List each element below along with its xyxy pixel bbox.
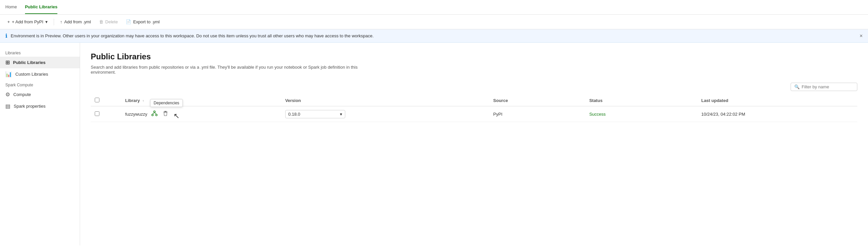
sidebar: Libraries ⊞ Public Libraries 📊 Custom Li… <box>0 43 80 245</box>
public-libraries-icon: ⊞ <box>5 59 10 66</box>
nav-public-libraries[interactable]: Public Libraries <box>25 0 58 14</box>
tooltip-container: Dependencies <box>150 110 178 118</box>
svg-point-2 <box>155 114 157 116</box>
version-value: 0.18.0 <box>288 112 300 117</box>
filter-bar: 🔍 <box>91 83 857 91</box>
col-header-status: Status <box>585 95 697 106</box>
public-libraries-label: Public Libraries <box>13 60 46 65</box>
delete-label: Delete <box>105 19 118 24</box>
row-library-cell: fuzzywuzzy Dependencies <box>121 106 281 122</box>
search-icon: 🔍 <box>794 84 800 89</box>
status-badge: Success <box>589 112 606 117</box>
chevron-down-icon: ▾ <box>340 112 342 117</box>
chevron-down-icon: ▾ <box>45 19 48 24</box>
cursor-arrow: ↖ <box>174 112 180 120</box>
dependencies-tooltip: Dependencies <box>150 99 183 107</box>
compute-label: Compute <box>13 92 31 97</box>
row-check-cell <box>91 106 121 122</box>
export-yml-button[interactable]: 📄 Export to .yml <box>122 17 163 26</box>
page-description: Search and add libraries from public rep… <box>91 65 358 75</box>
spark-section-label: Spark Compute <box>0 80 80 89</box>
svg-line-3 <box>152 113 154 114</box>
spark-properties-icon: ▤ <box>5 103 10 109</box>
col-header-library[interactable]: Library ↑ <box>121 95 281 106</box>
export-label: Export to .yml <box>133 19 159 24</box>
dependencies-icon <box>151 110 157 116</box>
add-yml-label: Add from .yml <box>64 19 91 24</box>
add-icon: + <box>7 19 10 24</box>
content-area: Public Libraries Search and add librarie… <box>80 43 868 245</box>
svg-line-4 <box>154 113 156 114</box>
sidebar-item-custom-libraries[interactable]: 📊 Custom Libraries <box>0 68 80 80</box>
sidebar-item-spark-properties[interactable]: ▤ Spark properties <box>0 100 80 112</box>
col-header-check <box>91 95 121 106</box>
row-last-updated-cell: 10/24/23, 04:22:02 PM <box>697 106 857 122</box>
col-header-version: Version <box>281 95 489 106</box>
row-status-cell: Success <box>585 106 697 122</box>
library-name: fuzzywuzzy <box>125 112 147 117</box>
col-header-last-updated: Last updated <box>697 95 857 106</box>
upload-icon: ↑ <box>60 19 62 24</box>
add-from-pypi-button[interactable]: + + Add from PyPI ▾ <box>4 17 51 26</box>
banner-close-button[interactable]: × <box>860 33 863 39</box>
add-from-yml-button[interactable]: ↑ Add from .yml <box>57 17 94 26</box>
sidebar-item-compute[interactable]: ⚙ Compute <box>0 89 80 100</box>
sidebar-item-public-libraries[interactable]: ⊞ Public Libraries <box>0 57 80 68</box>
info-icon: ℹ <box>5 33 7 39</box>
row-checkbox[interactable] <box>95 111 99 116</box>
row-source-cell: PyPI <box>489 106 585 122</box>
page-title: Public Libraries <box>91 52 857 61</box>
spark-properties-label: Spark properties <box>14 104 45 109</box>
libraries-section-label: Libraries <box>0 48 80 57</box>
banner-text: Environment is in Preview. Other users i… <box>11 33 374 38</box>
delete-row-button[interactable] <box>161 110 169 118</box>
svg-point-0 <box>153 111 155 113</box>
add-pypi-label: + Add from PyPI <box>12 19 43 24</box>
dependencies-button[interactable] <box>150 110 159 118</box>
compute-icon: ⚙ <box>5 91 10 98</box>
svg-rect-6 <box>163 112 167 112</box>
nav-home[interactable]: Home <box>5 0 17 14</box>
svg-rect-5 <box>164 111 166 112</box>
row-version-cell: 0.18.0 ▾ <box>281 106 489 122</box>
delete-button[interactable]: 🗑 Delete <box>96 17 121 26</box>
export-icon: 📄 <box>126 19 131 24</box>
sort-icon: ↑ <box>143 99 144 103</box>
custom-libraries-label: Custom Libraries <box>16 72 48 77</box>
table-row: fuzzywuzzy Dependencies <box>91 106 857 122</box>
select-all-checkbox[interactable] <box>95 98 99 102</box>
svg-point-1 <box>151 114 153 116</box>
col-header-source: Source <box>489 95 585 106</box>
top-nav: Home Public Libraries <box>0 0 868 15</box>
trash-icon <box>163 111 168 116</box>
preview-banner: ℹ Environment is in Preview. Other users… <box>0 29 868 43</box>
custom-libraries-icon: 📊 <box>5 71 12 77</box>
filter-input[interactable] <box>802 84 854 89</box>
version-dropdown[interactable]: 0.18.0 ▾ <box>285 110 345 118</box>
libraries-table: Library ↑ Version Source Status Last upd… <box>91 95 857 122</box>
filter-input-wrap[interactable]: 🔍 <box>790 83 857 91</box>
toolbar-separator-1 <box>54 19 54 25</box>
toolbar: + + Add from PyPI ▾ ↑ Add from .yml 🗑 De… <box>0 15 868 29</box>
main-layout: Libraries ⊞ Public Libraries 📊 Custom Li… <box>0 43 868 245</box>
delete-icon: 🗑 <box>99 19 103 24</box>
